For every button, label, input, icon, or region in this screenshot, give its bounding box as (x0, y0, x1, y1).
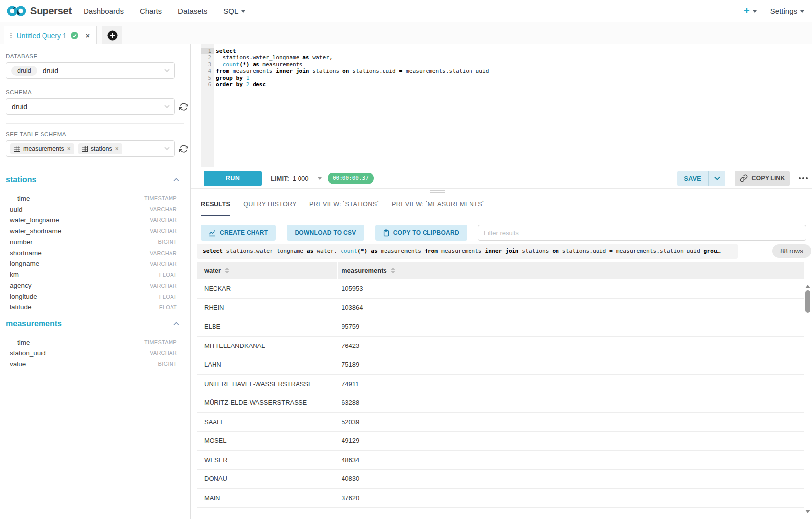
sort-icon (391, 267, 395, 274)
schema-section-measurements[interactable]: measurements (6, 319, 184, 329)
new-tab-button[interactable] (102, 26, 122, 44)
database-select[interactable]: druid druid (6, 62, 175, 79)
run-button[interactable]: RUN (204, 171, 262, 186)
sql-code[interactable]: select stations.water_longname as water,… (216, 48, 489, 88)
table-row (197, 508, 804, 519)
column-row: agencyVARCHAR (6, 280, 184, 291)
column-header-measurements[interactable]: measurements (338, 262, 804, 279)
refresh-schemas-button[interactable] (179, 102, 188, 111)
cell-water: LAHN (197, 361, 338, 368)
cell-water: RHEIN (197, 304, 338, 311)
results-tab-preview-measurements[interactable]: PREVIEW: `MEASUREMENTS` (392, 193, 484, 216)
column-name: agency (10, 282, 32, 289)
table-row: LAHN75189 (197, 355, 804, 375)
scroll-up-icon[interactable] (805, 281, 810, 290)
column-name: shortname (10, 249, 42, 257)
scrollbar-thumb[interactable] (805, 290, 810, 313)
column-type: FLOAT (159, 272, 177, 278)
column-header-water[interactable]: water (197, 262, 337, 279)
cell-water: SAALE (197, 418, 338, 426)
table-chip-measurements[interactable]: measurements× (10, 143, 74, 154)
copy-link-button[interactable]: COPY LINK (735, 171, 790, 186)
column-row: uuidVARCHAR (6, 204, 184, 215)
save-dropdown-button[interactable] (709, 171, 725, 186)
column-type: VARCHAR (150, 283, 177, 289)
table-name: measurements (6, 319, 62, 328)
caret-down-icon (753, 10, 757, 13)
schema-select[interactable]: druid (6, 98, 175, 115)
results-tab-results[interactable]: RESULTS (201, 193, 230, 216)
cell-water: MOSEL (197, 437, 338, 444)
column-type: FLOAT (159, 304, 177, 310)
more-actions-button[interactable] (794, 171, 812, 186)
column-name: longname (10, 260, 39, 267)
table-icon (14, 146, 20, 152)
results-tab-query-history[interactable]: QUERY HISTORY (243, 193, 297, 216)
save-split-button: SAVE (677, 171, 725, 186)
nav-item-dashboards[interactable]: Dashboards (84, 7, 124, 15)
results-table-body: NECKAR105953RHEIN103864ELBE95759MITTELLA… (197, 279, 804, 519)
column-type: VARCHAR (150, 217, 177, 223)
results-scrollbar[interactable] (805, 279, 811, 519)
copy-to-clipboard-button[interactable]: COPY TO CLIPBOARD (375, 225, 467, 241)
table-select[interactable]: measurements×stations× (6, 140, 175, 157)
code-line: count(*) as measurements (216, 61, 489, 68)
column-list: __timeTIMESTAMPuuidVARCHARwater_longname… (6, 193, 184, 313)
scroll-down-icon[interactable] (805, 506, 810, 515)
sql-editor[interactable]: 123456 select stations.water_longname as… (191, 44, 812, 167)
column-name: number (10, 238, 33, 246)
caret-down-icon (800, 10, 804, 13)
column-name: station_uuid (10, 349, 46, 357)
executed-query-preview[interactable]: select stations.water_longname as water,… (197, 244, 738, 259)
table-icon (82, 146, 88, 152)
tab-untitled-query[interactable]: Untitled Query 1 × (4, 26, 97, 44)
cell-water: NECKAR (197, 285, 338, 292)
column-list: __timeTIMESTAMPstation_uuidVARCHARvalueB… (6, 337, 184, 369)
column-type: VARCHAR (150, 206, 177, 212)
limit-dropdown[interactable]: LIMIT: 1 000 (271, 171, 322, 186)
table-row: NECKAR105953 (197, 279, 804, 299)
code-line: from measurements inner join stations on… (216, 68, 489, 74)
new-item-button[interactable]: + (744, 5, 757, 17)
clipboard-icon (383, 229, 389, 237)
chevron-down-icon (164, 69, 170, 72)
refresh-tables-button[interactable] (179, 144, 188, 153)
table-row: MITTELLANDKANAL76423 (197, 337, 804, 356)
nav-item-datasets[interactable]: Datasets (178, 7, 207, 15)
remove-chip-icon[interactable]: × (67, 146, 71, 152)
close-tab-icon[interactable]: × (86, 32, 90, 39)
cell-measurements: 49129 (338, 437, 804, 444)
settings-menu[interactable]: Settings (770, 7, 804, 15)
table-chip-label: stations (91, 145, 112, 152)
results-table-header: watermeasurements (197, 262, 804, 279)
chart-icon (209, 229, 216, 237)
download-to-csv-button[interactable]: DOWNLOAD TO CSV (287, 225, 364, 241)
column-row: kmFLOAT (6, 269, 184, 280)
chevron-up-icon (173, 178, 179, 182)
column-name: __time (10, 195, 30, 202)
schema-value: druid (12, 103, 27, 111)
save-button[interactable]: SAVE (677, 171, 709, 186)
cell-measurements: 103864 (338, 304, 804, 311)
limit-value: 1 000 (293, 175, 309, 182)
nav-item-sql[interactable]: SQL (223, 7, 245, 15)
drag-handle-icon[interactable] (10, 33, 12, 39)
schema-label: SCHEMA (6, 89, 184, 95)
table-chip-stations[interactable]: stations× (78, 143, 122, 154)
editor-toolbar: RUN LIMIT: 1 000 00:00:00.37 SAVE COPY L… (191, 167, 812, 191)
superset-logo[interactable]: Superset (6, 5, 72, 17)
caret-down-icon (241, 10, 245, 13)
column-type: VARCHAR (150, 261, 177, 267)
table-row: MÜRITZ-ELDE-WASSERSTRASSE63288 (197, 393, 804, 413)
results-tab-preview-stations[interactable]: PREVIEW: `STATIONS` (309, 193, 379, 216)
nav-menu: DashboardsChartsDatasetsSQL (84, 7, 245, 15)
nav-item-charts[interactable]: Charts (140, 7, 162, 15)
remove-chip-icon[interactable]: × (115, 146, 119, 152)
create-chart-button[interactable]: CREATE CHART (201, 225, 276, 241)
filter-results-input[interactable] (478, 225, 806, 241)
column-name: uuid (10, 206, 23, 213)
schema-section-stations[interactable]: stations (6, 175, 184, 185)
code-line: select (216, 48, 489, 54)
column-row: shortnameVARCHAR (6, 247, 184, 258)
cell-water: MÜRITZ-ELDE-WASSERSTRASSE (197, 399, 338, 406)
